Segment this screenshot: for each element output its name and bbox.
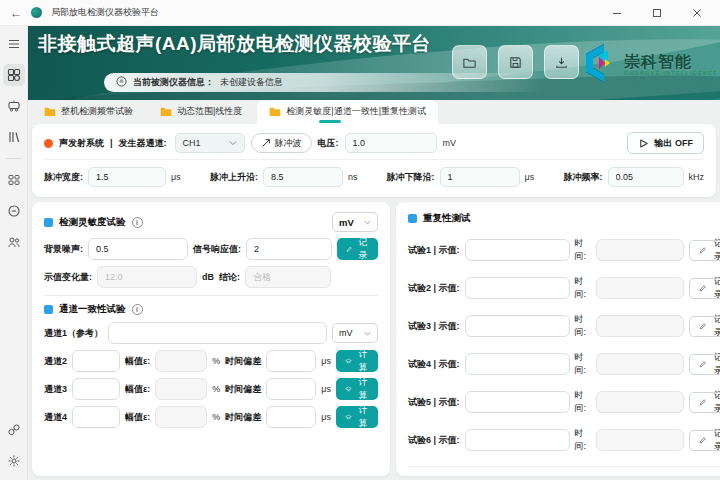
trial6-label: 试验6 | 示值: [408,434,460,447]
channel4-timedev-input[interactable] [266,406,316,428]
channel3-input[interactable] [72,378,120,400]
voltage-input[interactable] [345,133,437,153]
channel2-timedev-input[interactable] [266,350,316,372]
dashboard-icon[interactable] [3,64,25,86]
system-status-dot [44,139,53,148]
channel2-label: 通道2 [44,355,67,368]
pulse-frequency-label: 脉冲频率: [564,171,603,184]
output-toggle-button[interactable]: 输出 OFF [627,132,705,154]
trial4-label: 试验4 | 示值: [408,358,460,371]
generator-channel-select[interactable]: CH1 [175,133,245,153]
channel2-calc-button[interactable]: 计算 [336,350,378,372]
channel2-amplitude-input [155,350,207,372]
consistency-unit-select[interactable]: mV [332,323,378,343]
modules-icon[interactable] [3,169,25,191]
trial6-value-input[interactable] [465,429,570,451]
channel3-amplitude-input [155,378,207,400]
status-value: 未创建设备信息 [220,76,283,89]
conclusion-input [245,266,331,288]
channel3-label: 通道3 [44,383,67,396]
page-header: 非接触式超声(AA)局部放电检测仪器校验平台 当前被测仪器信息： 未创建设备信息 [28,26,720,100]
background-noise-input[interactable] [88,238,188,260]
folder-tab-icon [160,106,172,117]
chevron-down-icon [364,220,371,225]
pencil-icon [699,246,706,255]
library-icon[interactable] [3,126,25,148]
trial1-value-input[interactable] [465,239,570,261]
delta-value-input [97,266,197,288]
sensitivity-unit-select[interactable]: mV [332,212,378,232]
fall-edge-input[interactable] [440,167,520,187]
channel3-timedev-input[interactable] [266,378,316,400]
tab-dynamic-range-linearity[interactable]: 动态范围|线性度 [148,100,254,124]
channel4-input[interactable] [72,406,120,428]
channel1-label: 通道1（参考） [44,327,103,340]
users-icon[interactable] [3,231,25,253]
settings-gear-icon[interactable] [3,450,25,472]
trial5-time-input [596,391,684,413]
download-button[interactable] [544,45,579,79]
save-button[interactable] [498,45,533,79]
status-label: 当前被测仪器信息： [133,76,214,89]
open-folder-button[interactable] [452,45,487,79]
section-bullet [408,214,417,223]
response-label: 信号响应值: [193,243,241,256]
pulse-width-input[interactable] [88,167,166,187]
repeatability-panel: 重复性测试 试验1 | 示值: 时间: 记录 试验2 | 示值: 时间: [396,202,720,476]
info-icon[interactable]: i [132,304,143,315]
minimize-button[interactable] [612,8,622,18]
trial1-label: 试验1 | 示值: [408,244,460,257]
trial3-label: 试验3 | 示值: [408,320,460,333]
trial3-value-input[interactable] [465,315,570,337]
pencil-icon [699,398,706,407]
trial2-record-button[interactable]: 记录 [689,278,720,299]
app-logo-icon [31,7,42,18]
pencil-icon [699,436,706,445]
trial4-record-button[interactable]: 记录 [689,354,720,375]
trial5-value-input[interactable] [465,391,570,413]
waveform-button[interactable]: 脉冲波 [251,133,312,153]
signal-response-input[interactable] [246,238,332,260]
pencil-icon [346,245,352,254]
consistency-section-title: 通道一致性试验 [59,303,126,316]
trial2-value-input[interactable] [465,277,570,299]
chat-icon[interactable] [3,200,25,222]
channel-label: 发生器通道: [119,137,167,150]
trial1-record-button[interactable]: 记录 [689,240,720,261]
pulse-frequency-input[interactable] [608,167,684,187]
trial3-record-button[interactable]: 记录 [689,316,720,337]
repeatability-section-title: 重复性测试 [423,212,471,225]
tab-sensitivity-consistency-repeatability[interactable]: 检测灵敏度|通道一致性|重复性测试 [257,100,438,124]
link-icon[interactable] [3,419,25,441]
section-bullet [44,305,53,314]
calculate-icon [345,413,352,421]
info-icon[interactable]: i [132,217,143,228]
channel3-calc-button[interactable]: 计算 [336,378,378,400]
pencil-icon [699,360,706,369]
back-arrow-icon[interactable]: ← [10,6,22,20]
company-logo: 崇科智能 CHONGKE INTELLIGENCE [578,42,718,88]
trial4-time-input [596,353,684,375]
device-icon[interactable] [3,95,25,117]
section-bullet [44,218,53,227]
trial6-record-button[interactable]: 记录 [689,430,720,451]
voltage-unit: mV [443,138,457,148]
trial2-time-input [596,277,684,299]
hamburger-menu-icon[interactable] [3,33,25,55]
test-tabbar: 整机检测频带试验 动态范围|线性度 检测灵敏度|通道一致性|重复性测试 [28,100,720,124]
tab-frequency-band-test[interactable]: 整机检测频带试验 [32,100,145,124]
rise-edge-input[interactable] [263,167,343,187]
channel4-calc-button[interactable]: 计算 [336,406,378,428]
calculate-icon [345,357,352,365]
trial5-record-button[interactable]: 记录 [689,392,720,413]
maximize-button[interactable] [652,8,662,18]
trial3-time-input [596,315,684,337]
trial6-time-input [596,429,684,451]
channel1-input[interactable] [108,322,327,344]
close-button[interactable] [692,8,702,18]
channel2-input[interactable] [72,350,120,372]
trial4-value-input[interactable] [465,353,570,375]
sensitivity-record-button[interactable]: 记录 [337,238,378,260]
noise-label: 背景噪声: [44,243,83,256]
left-sidebar [0,26,28,480]
